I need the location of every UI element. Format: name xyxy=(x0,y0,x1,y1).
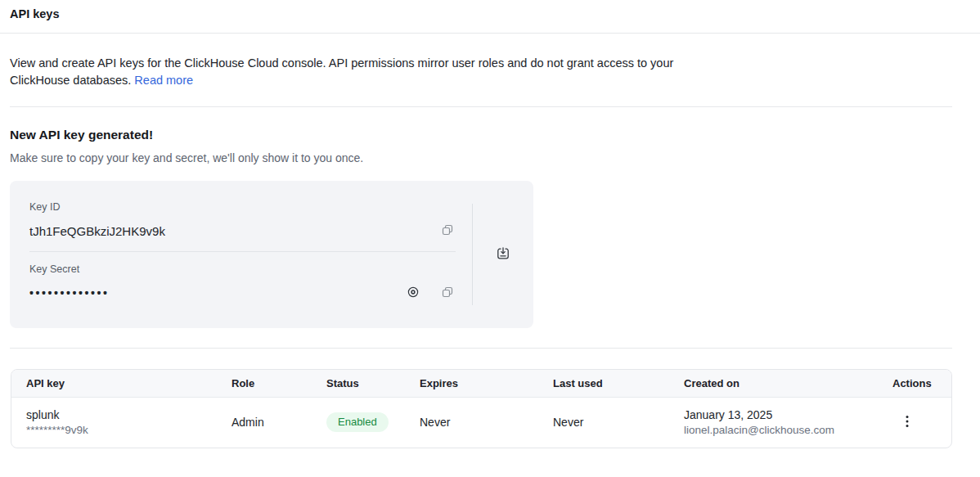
status-badge: Enabled xyxy=(326,412,389,432)
api-key-name: splunk xyxy=(26,407,232,423)
cell-actions xyxy=(892,397,951,448)
copy-key-secret-button[interactable] xyxy=(439,284,456,303)
cell-api-key: splunk *********9v9k xyxy=(11,397,232,448)
new-key-title: New API key generated! xyxy=(10,127,970,142)
description-text: View and create API keys for the ClickHo… xyxy=(10,55,679,89)
download-icon xyxy=(496,246,510,263)
column-header-api-key: API key xyxy=(11,370,232,397)
column-header-actions: Actions xyxy=(892,370,951,397)
copy-icon xyxy=(441,286,454,301)
table-row: splunk *********9v9k Admin Enabled Never… xyxy=(11,397,951,448)
copy-icon xyxy=(441,223,454,239)
key-id-label: Key ID xyxy=(29,201,456,214)
key-card-fields: Key ID tJh1FeQGBkziJ2HK9v9k xyxy=(10,181,472,328)
section-divider xyxy=(10,106,952,107)
cell-created-on: January 13, 2025 lionel.palacin@clickhou… xyxy=(684,397,892,448)
description-body: View and create API keys for the ClickHo… xyxy=(10,56,673,87)
copy-key-id-button[interactable] xyxy=(439,222,456,241)
api-keys-page: API keys View and create API keys for th… xyxy=(0,0,980,448)
api-key-masked: *********9v9k xyxy=(26,423,232,438)
row-actions-button[interactable] xyxy=(899,412,915,434)
key-secret-label: Key Secret xyxy=(29,263,456,276)
new-key-subtitle: Make sure to copy your key and secret, w… xyxy=(10,151,970,165)
download-key-button[interactable] xyxy=(494,245,512,265)
key-secret-field: Key Secret ••••••••••••• xyxy=(29,263,456,304)
created-by-email: lionel.palacin@clickhouse.com xyxy=(684,423,892,438)
column-header-last-used: Last used xyxy=(553,370,684,397)
key-id-value: tJh1FeQGBkziJ2HK9v9k xyxy=(29,224,165,238)
reveal-secret-button[interactable] xyxy=(405,284,421,303)
cell-role: Admin xyxy=(232,397,326,448)
kebab-icon xyxy=(906,415,909,430)
column-header-expires: Expires xyxy=(420,370,553,397)
read-more-link[interactable]: Read more xyxy=(134,74,193,87)
section-divider xyxy=(10,348,952,349)
key-card-divider xyxy=(29,251,456,252)
column-header-created-on: Created on xyxy=(684,370,892,397)
cell-expires: Never xyxy=(420,397,553,448)
page-title: API keys xyxy=(10,7,970,21)
created-date: January 13, 2025 xyxy=(684,407,892,423)
column-header-status: Status xyxy=(326,370,420,397)
table-header-row: API key Role Status Expires Last used Cr… xyxy=(11,370,951,397)
eye-icon xyxy=(407,286,420,301)
page-header: API keys xyxy=(0,0,980,34)
column-header-role: Role xyxy=(232,370,326,397)
key-card: Key ID tJh1FeQGBkziJ2HK9v9k xyxy=(10,181,533,328)
cell-last-used: Never xyxy=(553,397,684,448)
key-secret-masked: ••••••••••••• xyxy=(29,286,110,299)
key-card-side xyxy=(473,181,533,328)
cell-status: Enabled xyxy=(326,397,420,448)
api-keys-table: API key Role Status Expires Last used Cr… xyxy=(11,369,952,448)
key-id-field: Key ID tJh1FeQGBkziJ2HK9v9k xyxy=(29,201,456,241)
new-key-section: New API key generated! Make sure to copy… xyxy=(0,127,980,328)
